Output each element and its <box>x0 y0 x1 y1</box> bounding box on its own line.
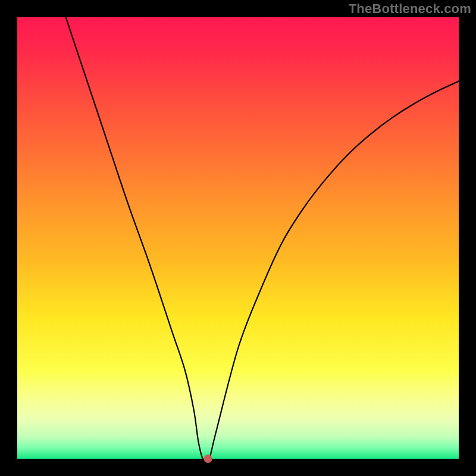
plot-background <box>17 17 459 459</box>
optimal-point-marker <box>204 455 212 463</box>
watermark-text: TheBottleneck.com <box>349 1 471 17</box>
frame-right <box>459 0 476 476</box>
chart-container: TheBottleneck.com <box>0 0 476 476</box>
frame-left <box>0 0 17 476</box>
frame-bottom <box>0 459 476 476</box>
bottleneck-chart <box>0 0 476 476</box>
